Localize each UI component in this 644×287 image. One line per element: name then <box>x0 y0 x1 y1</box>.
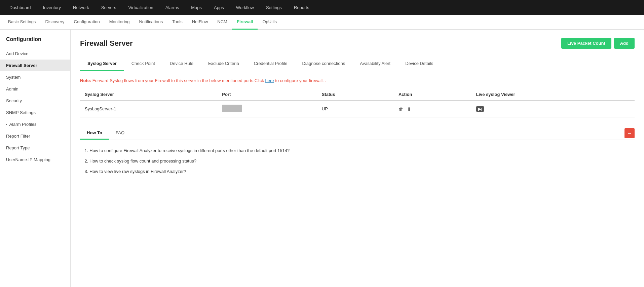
table-header-port: Port <box>217 88 317 101</box>
top-nav-item-network[interactable]: Network <box>67 0 95 15</box>
table-header-syslog-server: Syslog Server <box>80 88 217 101</box>
live-viewer-button[interactable]: ▶| <box>476 106 484 112</box>
sidebar-item-security[interactable]: Security <box>0 95 70 107</box>
bottom-tabs-container: How ToFAQ− How to configure Firewall Ana… <box>80 127 635 177</box>
sidebar-item-snmp-settings[interactable]: SNMP Settings <box>0 107 70 118</box>
note-label: Note: <box>80 78 91 83</box>
tab-device-details[interactable]: Device Details <box>398 57 441 71</box>
table-cell-server: SysLogServer-1 <box>80 101 217 117</box>
top-nav-item-virtualization[interactable]: Virtualization <box>122 0 159 15</box>
sidebar-item-label-snmp-settings: SNMP Settings <box>6 110 36 115</box>
table-row: SysLogServer-1UP🗑⏸▶| <box>80 101 635 117</box>
sidebar-item-username-ip[interactable]: UserName-IP Mapping <box>0 154 70 166</box>
syslog-table: Syslog ServerPortStatusActionLive syslog… <box>80 88 635 117</box>
sidebar-item-label-report-filter: Report Filter <box>6 134 30 139</box>
page-title: Firewall Server <box>80 39 133 48</box>
table-cell-status: UP <box>317 101 394 117</box>
sidebar-item-label-username-ip: UserName-IP Mapping <box>6 157 50 162</box>
sidebar-item-label-report-type: Report Type <box>6 145 30 150</box>
sub-nav-item-basic-settings[interactable]: Basic Settings <box>3 15 40 30</box>
bottom-tabs-header: How ToFAQ− <box>80 127 635 140</box>
tab-check-point[interactable]: Check Point <box>124 57 162 71</box>
how-to-list: How to configure Firewall Analyzer to re… <box>80 145 635 177</box>
bottom-tab-faq[interactable]: FAQ <box>109 127 131 140</box>
sub-nav-item-oputils[interactable]: OpUtils <box>258 15 281 30</box>
header-buttons: Live Packet Count Add <box>561 38 635 49</box>
top-nav-item-inventory[interactable]: Inventory <box>37 0 67 15</box>
tab-syslog-server[interactable]: Syslog Server <box>80 57 124 71</box>
sub-nav-item-notifications[interactable]: Notifications <box>134 15 167 30</box>
tab-availability-alert[interactable]: Availability Alert <box>352 57 398 71</box>
top-nav-item-reports[interactable]: Reports <box>288 0 315 15</box>
sidebar-item-alarm-profiles[interactable]: •Alarm Profiles <box>0 118 70 130</box>
sidebar-item-system[interactable]: System <box>0 71 70 83</box>
sidebar-item-label-security: Security <box>6 98 22 103</box>
sidebar-item-firewall-server[interactable]: Firewall Server <box>0 60 70 71</box>
sidebar-item-label-alarm-profiles: Alarm Profiles <box>9 122 37 127</box>
table-cell-action: 🗑⏸ <box>394 101 471 117</box>
sidebar-bullet-icon: • <box>6 122 7 126</box>
port-value <box>222 105 242 112</box>
pause-icon[interactable]: ⏸ <box>407 106 411 112</box>
sub-navigation: Basic SettingsDiscoveryConfigurationMoni… <box>0 15 644 30</box>
table-header-status: Status <box>317 88 394 101</box>
sub-nav-item-ncm[interactable]: NCM <box>213 15 232 30</box>
note-text: Forward Syslog flows from your Firewall … <box>92 78 265 83</box>
sub-nav-item-monitoring[interactable]: Monitoring <box>105 15 135 30</box>
how-to-item-3[interactable]: How to view live raw syslogs in Firewall… <box>89 166 635 177</box>
tab-device-rule[interactable]: Device Rule <box>162 57 201 71</box>
top-nav-item-workflow[interactable]: Workflow <box>230 0 260 15</box>
sidebar-item-label-add-device: Add Device <box>6 51 28 56</box>
tab-diagnose-connections[interactable]: Diagnose connections <box>295 57 352 71</box>
tab-exclude-criteria[interactable]: Exclude Criteria <box>201 57 247 71</box>
note-link[interactable]: here <box>265 78 274 83</box>
top-nav-item-apps[interactable]: Apps <box>208 0 230 15</box>
sidebar: Configuration Add DeviceFirewall ServerS… <box>0 30 71 287</box>
sub-nav-item-firewall[interactable]: Firewall <box>232 15 258 30</box>
live-packet-count-button[interactable]: Live Packet Count <box>561 38 611 49</box>
main-tabs: Syslog ServerCheck PointDevice RuleExclu… <box>80 57 635 71</box>
table-header-live-syslog-viewer: Live syslog Viewer <box>471 88 635 101</box>
table-cell-port <box>217 101 317 117</box>
main-content: Firewall Server Live Packet Count Add Sy… <box>71 30 644 287</box>
delete-icon[interactable]: 🗑 <box>399 106 403 112</box>
sidebar-item-label-admin: Admin <box>6 86 18 92</box>
page-header: Firewall Server Live Packet Count Add <box>80 38 635 49</box>
top-nav-item-settings[interactable]: Settings <box>260 0 288 15</box>
sidebar-item-report-filter[interactable]: Report Filter <box>0 130 70 142</box>
how-to-item-2[interactable]: How to check syslog flow count and proce… <box>89 156 635 166</box>
note-text-after: to configure your firewall. . <box>274 78 326 83</box>
table-header-row: Syslog ServerPortStatusActionLive syslog… <box>80 88 635 101</box>
table-header-action: Action <box>394 88 471 101</box>
bottom-tab-how-to[interactable]: How To <box>80 127 109 140</box>
top-nav-item-alarms[interactable]: Alarms <box>159 0 185 15</box>
collapse-button[interactable]: − <box>624 128 635 138</box>
sidebar-item-add-device[interactable]: Add Device <box>0 48 70 60</box>
sub-nav-item-tools[interactable]: Tools <box>167 15 187 30</box>
top-nav-item-servers[interactable]: Servers <box>95 0 122 15</box>
sidebar-item-admin[interactable]: Admin <box>0 83 70 95</box>
top-nav-item-maps[interactable]: Maps <box>185 0 208 15</box>
sidebar-item-report-type[interactable]: Report Type <box>0 142 70 154</box>
top-nav-item-dashboard[interactable]: Dashboard <box>3 0 37 15</box>
add-button[interactable]: Add <box>614 38 635 49</box>
table-cell-live-viewer: ▶| <box>471 101 635 117</box>
how-to-item-1[interactable]: How to configure Firewall Analyzer to re… <box>89 145 635 156</box>
sub-nav-item-netflow[interactable]: NetFlow <box>187 15 213 30</box>
sidebar-item-label-firewall-server: Firewall Server <box>6 63 37 68</box>
sidebar-item-label-system: System <box>6 75 21 80</box>
sidebar-title: Configuration <box>0 36 70 48</box>
top-navigation: DashboardInventoryNetworkServersVirtuali… <box>0 0 644 15</box>
sub-nav-item-discovery[interactable]: Discovery <box>40 15 69 30</box>
sub-nav-item-configuration[interactable]: Configuration <box>69 15 104 30</box>
tab-credential-profile[interactable]: Credential Profile <box>247 57 295 71</box>
note-section: Note: Forward Syslog flows from your Fir… <box>80 78 635 83</box>
